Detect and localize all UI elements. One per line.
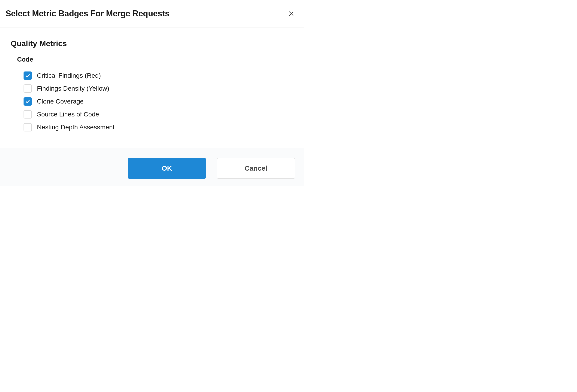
- dialog-header: Select Metric Badges For Merge Requests: [0, 0, 304, 28]
- checkbox-label: Findings Density (Yellow): [37, 85, 109, 92]
- checkbox-row-source-lines-of-code: Source Lines of Code: [24, 110, 293, 119]
- checkbox-nesting-depth-assessment[interactable]: [24, 123, 32, 131]
- checkbox-clone-coverage[interactable]: [24, 97, 32, 106]
- checkbox-list-code: Critical Findings (Red) Findings Density…: [24, 71, 293, 131]
- dialog-body: Quality Metrics Code Critical Findings (…: [0, 28, 304, 148]
- cancel-button[interactable]: Cancel: [217, 158, 295, 179]
- ok-button[interactable]: OK: [128, 158, 206, 179]
- checkbox-source-lines-of-code[interactable]: [24, 110, 32, 119]
- section-title-quality-metrics: Quality Metrics: [11, 39, 293, 48]
- close-icon[interactable]: [288, 10, 295, 17]
- checkbox-row-clone-coverage: Clone Coverage: [24, 97, 293, 106]
- checkbox-row-critical-findings: Critical Findings (Red): [24, 71, 293, 80]
- select-metric-badges-dialog: Select Metric Badges For Merge Requests …: [0, 0, 304, 186]
- checkbox-label: Nesting Depth Assessment: [37, 124, 114, 131]
- checkbox-row-findings-density: Findings Density (Yellow): [24, 84, 293, 93]
- checkbox-findings-density[interactable]: [24, 84, 32, 93]
- checkbox-critical-findings[interactable]: [24, 71, 32, 80]
- dialog-footer: OK Cancel: [0, 148, 304, 186]
- subsection-title-code: Code: [17, 56, 293, 63]
- checkbox-label: Critical Findings (Red): [37, 72, 101, 79]
- dialog-title: Select Metric Badges For Merge Requests: [5, 9, 169, 18]
- checkbox-label: Source Lines of Code: [37, 111, 99, 118]
- checkbox-row-nesting-depth-assessment: Nesting Depth Assessment: [24, 123, 293, 131]
- checkbox-label: Clone Coverage: [37, 98, 84, 105]
